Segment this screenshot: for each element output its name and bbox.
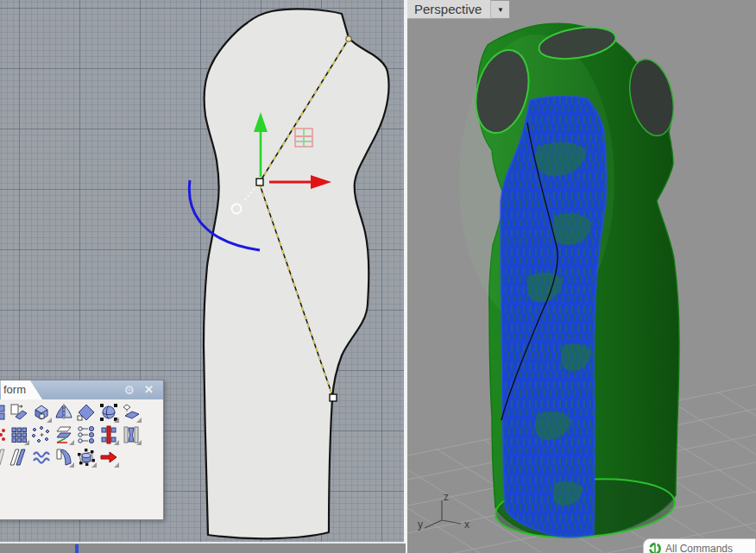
box-edit-icon[interactable] xyxy=(30,401,53,424)
toolbar-row-3 xyxy=(0,446,142,468)
close-icon[interactable]: ✕ xyxy=(144,382,154,398)
taper-icon[interactable] xyxy=(120,424,142,446)
transform-toolbar: form ⚙ ✕ xyxy=(0,380,164,520)
scale-1d-icon[interactable] xyxy=(98,424,120,446)
rhino-window: z x y Perspective ▼ All Commands form ⚙ … xyxy=(0,0,756,553)
rotate-icon[interactable] xyxy=(75,401,98,424)
gumball-origin[interactable] xyxy=(256,179,263,185)
copy-clipped-icon[interactable] xyxy=(0,401,8,424)
endpoint-marker-bottom[interactable] xyxy=(330,394,337,401)
viewport-perspective[interactable]: z x y Perspective ▼ xyxy=(407,0,756,553)
toolbar-icon-grid xyxy=(0,401,142,468)
axis-label-z: z xyxy=(444,491,449,503)
bottom-blue-tick xyxy=(75,544,79,553)
sphere-cage-icon[interactable] xyxy=(98,401,120,424)
copy-icon[interactable] xyxy=(8,401,30,424)
wedge-clipped-icon[interactable] xyxy=(0,446,8,468)
mirror-icon[interactable] xyxy=(53,401,75,424)
pattern-outline[interactable] xyxy=(204,9,389,538)
viewport-menu-button[interactable]: ▼ xyxy=(491,0,510,19)
toolbar-row-2 xyxy=(0,424,142,446)
toolbar-tab[interactable]: form xyxy=(1,380,42,399)
bottom-strip xyxy=(0,544,406,553)
all-commands-icon xyxy=(649,543,661,553)
all-commands-label: All Commands xyxy=(665,543,733,553)
flow-icon[interactable] xyxy=(75,424,98,446)
blue-panel[interactable] xyxy=(501,96,607,537)
chevron-down-icon: ▼ xyxy=(497,6,504,14)
viewport-title[interactable]: Perspective xyxy=(407,0,491,19)
move-icon[interactable] xyxy=(98,446,120,468)
shear-plane-icon[interactable] xyxy=(53,424,75,446)
all-commands-popup[interactable]: All Commands xyxy=(643,538,756,553)
toolbar-row-1 xyxy=(0,401,142,424)
endpoint-marker-top[interactable] xyxy=(346,36,351,41)
axis-label-y: y xyxy=(418,518,423,531)
viewport-title-tab: Perspective ▼ xyxy=(407,0,510,19)
toolbar-titlebar[interactable]: form ⚙ ✕ xyxy=(0,380,163,399)
shear-icon[interactable] xyxy=(8,446,30,468)
bend-icon[interactable] xyxy=(53,446,75,468)
axis-label-x: x xyxy=(464,518,469,531)
world-axes-icon: z x y xyxy=(418,491,469,531)
smooth-icon[interactable] xyxy=(30,446,53,468)
array-clipped-icon[interactable] xyxy=(0,424,8,446)
dress-3d[interactable] xyxy=(459,22,680,543)
cage-edit-icon[interactable] xyxy=(75,446,98,468)
array-rect-icon[interactable] xyxy=(8,424,30,446)
project-icon[interactable] xyxy=(120,401,142,424)
array-polar-icon[interactable] xyxy=(30,424,53,446)
gear-icon[interactable]: ⚙ xyxy=(123,382,135,398)
render-canvas: z x y xyxy=(407,0,756,553)
